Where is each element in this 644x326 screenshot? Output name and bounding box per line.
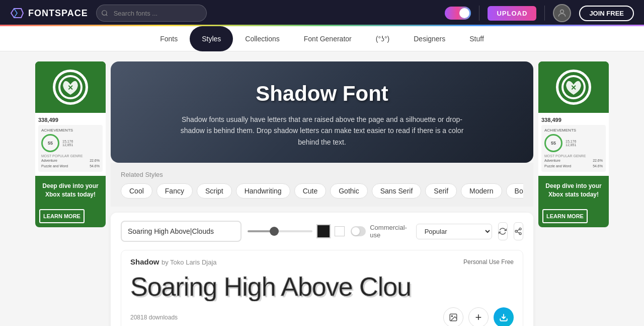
hero-description: Shadow fonts usually have letters that a…	[171, 114, 473, 148]
xbox-logo: ✕	[53, 70, 88, 105]
download-icon	[499, 313, 508, 322]
related-styles-section: Related Styles Cool Fancy Script Handwri…	[111, 163, 533, 207]
image-icon	[449, 313, 458, 322]
font-license: Personal Use Free	[463, 258, 514, 266]
hero-card: Shadow Font Shadow fonts usually have le…	[111, 61, 533, 163]
toggle-knob-sm	[352, 227, 360, 235]
font-preview-text: Soaring High Above Clou	[130, 273, 514, 301]
right-ad-tagline: Deep dive into your Xbox stats today!	[538, 176, 609, 205]
right-xbox-icon: ✕	[561, 75, 586, 100]
logo[interactable]: FONTSPACE	[10, 8, 88, 19]
share-button[interactable]	[514, 222, 523, 240]
right-stats-chart: ACHIEVEMENTS 55 15,176 12,851 MOST POPUL…	[541, 125, 606, 172]
left-ad-tagline: Deep dive into your Xbox stats today!	[35, 176, 106, 205]
hero-title: Shadow Font	[126, 82, 518, 106]
upload-button[interactable]: UPLOAD	[488, 6, 536, 21]
right-xbox-logo: ✕	[556, 70, 591, 105]
right-ad-learn-more[interactable]: LEARN MORE	[542, 209, 588, 223]
svg-point-1	[560, 10, 564, 13]
left-ad-top: ✕	[35, 61, 106, 113]
font-author: by Toko Laris Djaja	[162, 258, 217, 266]
view-image-button[interactable]	[443, 307, 463, 326]
nav-item-designers[interactable]: Designers	[401, 26, 457, 51]
preview-text-input[interactable]	[121, 221, 242, 242]
center-content: Shadow Font Shadow fonts usually have le…	[111, 61, 533, 326]
left-ad: ✕ 338,499 ACHIEVEMENTS 55 15,176	[35, 61, 106, 227]
nav-item-collections[interactable]: Collections	[233, 26, 291, 51]
sort-dropdown[interactable]: Popular Newest Most Downloaded	[416, 224, 492, 239]
share-icon	[514, 227, 522, 235]
commercial-label: Commercial-use	[370, 224, 410, 239]
search-input[interactable]	[96, 5, 207, 22]
tag-serif[interactable]: Serif	[425, 183, 457, 199]
refresh-button[interactable]	[498, 222, 508, 240]
right-ad-inner: ✕ 338,499 ACHIEVEMENTS 55 15,176	[538, 61, 609, 227]
nav-item-styles[interactable]: Styles	[190, 26, 233, 51]
svg-line-9	[517, 230, 520, 231]
font-result-header: Shadow by Toko Laris Djaja Personal Use …	[130, 257, 514, 267]
slider-wrapper	[248, 224, 345, 238]
toggle-knob	[459, 8, 469, 18]
search-wrapper	[96, 5, 207, 22]
tag-gothic[interactable]: Gothic	[330, 183, 367, 199]
svg-text:✕: ✕	[571, 84, 577, 92]
tags-row: Cool Fancy Script Handwriting Cute Gothi…	[121, 183, 523, 199]
tag-cute[interactable]: Cute	[294, 183, 327, 199]
nav-divider-1	[479, 6, 479, 21]
right-ad-stats: 338,499 ACHIEVEMENTS 55 15,176 12,851 MO…	[538, 113, 609, 176]
download-button[interactable]	[494, 307, 514, 326]
svg-point-11	[451, 316, 452, 317]
add-to-collection-button[interactable]: +	[468, 307, 489, 326]
svg-line-8	[517, 232, 520, 233]
avatar[interactable]	[553, 4, 571, 22]
color-picker-white[interactable]	[335, 226, 345, 236]
tag-bold[interactable]: Bold	[506, 183, 523, 199]
logo-icon	[10, 8, 24, 18]
preview-toolbar: Commercial-use Popular Newest Most Downl…	[121, 221, 523, 242]
nav-item-emoticons[interactable]: (°ʖ°)	[364, 26, 402, 51]
navbar: FONTSPACE UPLOAD JOIN FREE	[0, 0, 644, 26]
main-wrapper: ✕ 338,499 ACHIEVEMENTS 55 15,176	[0, 51, 644, 326]
stats-chart: ACHIEVEMENTS 55 15,176 12,851 MOST POPUL…	[38, 125, 103, 172]
nav-item-font-generator[interactable]: Font Generator	[292, 26, 364, 51]
font-result-footer: 20818 downloads +	[130, 307, 514, 326]
nav-item-stuff[interactable]: Stuff	[457, 26, 496, 51]
theme-toggle[interactable]	[445, 7, 471, 20]
svg-point-6	[515, 230, 517, 232]
font-info: Shadow by Toko Laris Djaja	[130, 257, 217, 267]
commercial-toggle: Commercial-use	[351, 224, 410, 239]
tag-modern[interactable]: Modern	[461, 183, 502, 199]
svg-text:✕: ✕	[67, 84, 73, 92]
tag-sans-serif[interactable]: Sans Serif	[372, 183, 422, 199]
plus-icon: +	[475, 311, 482, 324]
xbox-icon: ✕	[58, 75, 83, 100]
left-ad-learn-more[interactable]: LEARN MORE	[39, 209, 85, 223]
logo-text: FONTSPACE	[28, 8, 88, 19]
join-free-button[interactable]: JOIN FREE	[579, 6, 634, 21]
svg-point-7	[519, 233, 521, 235]
right-ad: ✕ 338,499 ACHIEVEMENTS 55 15,176	[538, 61, 609, 227]
user-icon	[557, 8, 567, 18]
secondary-nav: Fonts Styles Collections Font Generator …	[0, 26, 644, 51]
right-ad-top: ✕	[538, 61, 609, 113]
font-name[interactable]: Shadow	[130, 257, 159, 266]
left-ad-inner: ✕ 338,499 ACHIEVEMENTS 55 15,176	[35, 61, 106, 227]
tag-script[interactable]: Script	[197, 183, 232, 199]
tag-cool[interactable]: Cool	[121, 183, 152, 199]
font-result: Shadow by Toko Laris Djaja Personal Use …	[121, 250, 523, 326]
tag-handwriting[interactable]: Handwriting	[236, 183, 290, 199]
preview-card: Commercial-use Popular Newest Most Downl…	[111, 213, 533, 326]
color-picker-dark[interactable]	[316, 224, 331, 238]
font-size-slider[interactable]	[248, 230, 312, 232]
left-ad-stats: 338,499 ACHIEVEMENTS 55 15,176 12,851 MO…	[35, 113, 106, 176]
download-count: 20818 downloads	[130, 314, 178, 321]
nav-item-fonts[interactable]: Fonts	[148, 26, 190, 51]
related-styles-label: Related Styles	[121, 171, 523, 178]
commercial-toggle-switch[interactable]	[351, 226, 366, 236]
svg-point-5	[519, 228, 521, 230]
refresh-icon	[499, 227, 507, 235]
nav-divider-2	[544, 6, 545, 21]
tag-fancy[interactable]: Fancy	[156, 183, 193, 199]
